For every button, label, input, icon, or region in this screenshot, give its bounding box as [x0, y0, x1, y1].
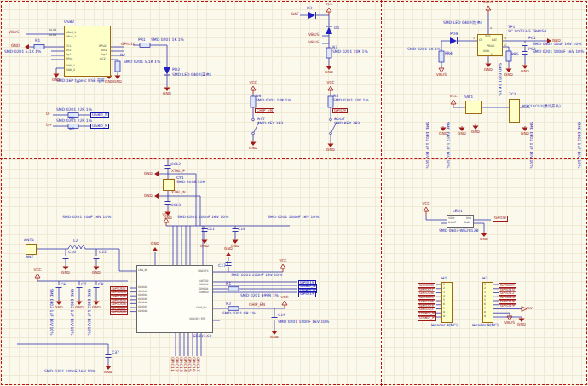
- sheet-divider-vertical: [381, 0, 382, 386]
- sheet-border: [1, 1, 587, 385]
- schematic-canvas[interactable]: 112233445566778899USB2SMD 16P type-c USB…: [0, 0, 588, 386]
- sheet-divider-horizontal: [0, 158, 588, 159]
